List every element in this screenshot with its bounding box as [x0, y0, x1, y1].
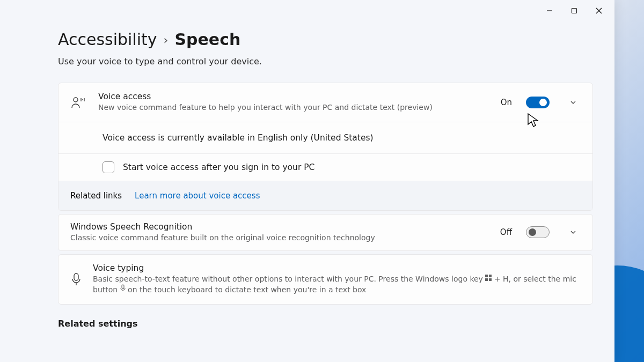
speech-recognition-card: Windows Speech Recognition Classic voice…: [58, 214, 593, 252]
voice-typing-card: Voice typing Basic speech-to-text featur…: [58, 254, 593, 305]
speech-recognition-desc: Classic voice command feature built on t…: [70, 233, 489, 243]
svg-rect-10: [485, 275, 488, 277]
voice-access-title: Voice access: [98, 92, 490, 101]
voice-access-start-row: Start voice access after you sign in to …: [58, 153, 592, 181]
breadcrumb-parent[interactable]: Accessibility: [58, 30, 157, 49]
maximize-button[interactable]: [562, 2, 587, 19]
minimize-icon: [546, 8, 553, 14]
voice-access-card: Voice access New voice command feature t…: [58, 83, 593, 211]
breadcrumb-current: Speech: [174, 30, 240, 49]
svg-rect-11: [489, 275, 492, 277]
svg-rect-8: [74, 274, 78, 280]
start-after-signin-checkbox[interactable]: [103, 161, 114, 173]
microphone-icon: [70, 272, 82, 286]
chevron-down-icon: [569, 228, 577, 236]
speech-recognition-expand[interactable]: [566, 228, 581, 236]
start-after-signin-label: Start voice access after you sign in to …: [123, 162, 314, 172]
chevron-right-icon: ›: [164, 33, 169, 47]
learn-more-voice-access-link[interactable]: Learn more about voice access: [135, 191, 260, 201]
voice-access-availability-note: Voice access is currently available in E…: [58, 122, 592, 153]
voice-access-desc: New voice command feature to help you in…: [98, 102, 490, 113]
voice-access-expand[interactable]: [566, 99, 581, 106]
window-titlebar: [0, 0, 614, 21]
breadcrumb: Accessibility › Speech: [58, 30, 593, 49]
svg-rect-1: [572, 9, 577, 13]
related-settings-header: Related settings: [58, 319, 593, 329]
voice-typing-title: Voice typing: [93, 263, 581, 273]
voice-access-status-label: On: [501, 98, 512, 107]
settings-window: Accessibility › Speech Use your voice to…: [0, 0, 614, 362]
voice-access-toggle[interactable]: [526, 97, 550, 108]
svg-rect-13: [489, 278, 492, 281]
svg-point-4: [74, 98, 78, 102]
voice-typing-desc: Basic speech-to-text feature without oth…: [93, 274, 581, 295]
svg-rect-14: [122, 285, 124, 289]
speech-recognition-title: Windows Speech Recognition: [70, 222, 489, 232]
speech-recognition-toggle[interactable]: [526, 226, 550, 238]
windows-logo-key-icon: [485, 274, 492, 284]
chevron-down-icon: [569, 99, 577, 106]
mic-inline-icon: [120, 284, 126, 295]
speech-recognition-status-label: Off: [500, 227, 512, 237]
maximize-icon: [571, 8, 577, 14]
voice-access-header-row: Voice access New voice command feature t…: [58, 83, 592, 122]
voice-access-icon: [70, 96, 87, 109]
close-icon: [596, 8, 602, 14]
voice-typing-row: Voice typing Basic speech-to-text featur…: [58, 255, 592, 304]
page-subtitle: Use your voice to type and control your …: [58, 56, 593, 67]
related-links-label: Related links: [70, 191, 122, 201]
speech-recognition-row: Windows Speech Recognition Classic voice…: [58, 215, 592, 251]
voice-access-related-row: Related links Learn more about voice acc…: [58, 181, 592, 210]
minimize-button[interactable]: [537, 2, 562, 19]
close-button[interactable]: [587, 2, 611, 19]
svg-rect-12: [485, 278, 488, 281]
page-content: Accessibility › Speech Use your voice to…: [0, 21, 614, 329]
